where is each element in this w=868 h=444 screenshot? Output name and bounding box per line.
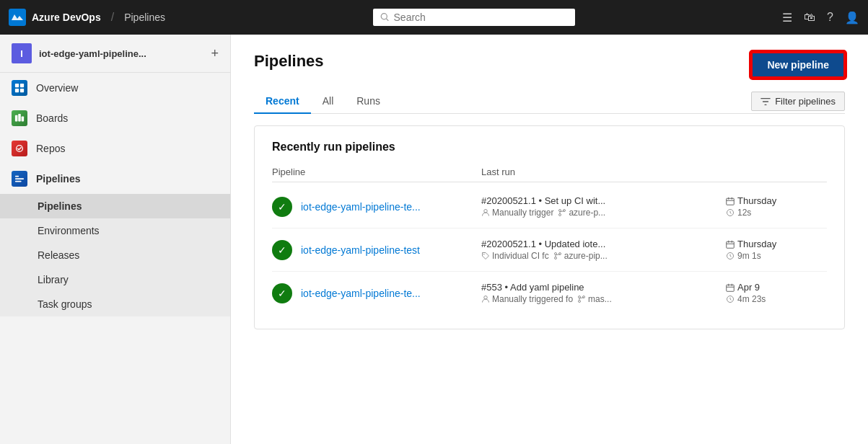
svg-point-28 <box>579 301 581 303</box>
svg-rect-11 <box>15 178 24 179</box>
pipeline-run-id: #20200521.1 • Updated iote... <box>481 239 726 249</box>
tabs: Recent All Runs <box>254 89 392 113</box>
environments-sub-label: Environments <box>38 225 100 236</box>
filter-pipelines-button[interactable]: Filter pipelines <box>751 92 845 111</box>
pipeline-date-info: Thursday 12s <box>726 195 827 218</box>
sidebar-item-library[interactable]: Library <box>0 267 230 292</box>
branch-icon <box>558 208 566 217</box>
topbar: Azure DevOps / Pipelines ☰ 🛍 ? 👤 <box>0 0 868 35</box>
sidebar: I iot-edge-yaml-pipeline... + Overview B… <box>0 35 231 444</box>
branch-icon <box>553 252 562 260</box>
filter-icon <box>760 97 771 107</box>
search-box[interactable] <box>373 9 575 26</box>
user-icon[interactable]: 👤 <box>845 11 859 25</box>
pipeline-name: iot-edge-yaml-pipeline-te... <box>301 288 481 299</box>
breadcrumb: Pipelines <box>124 12 165 23</box>
svg-rect-9 <box>22 116 25 121</box>
sidebar-item-environments[interactable]: Environments <box>0 218 230 243</box>
repos-label: Repos <box>36 143 65 154</box>
tab-all[interactable]: All <box>311 89 346 114</box>
svg-rect-18 <box>727 198 735 205</box>
svg-rect-24 <box>727 241 735 248</box>
sidebar-item-taskgroups[interactable]: Task groups <box>0 292 230 316</box>
branch-meta: azure-p... <box>558 208 605 218</box>
svg-point-22 <box>554 257 556 259</box>
sidebar-item-boards[interactable]: Boards <box>0 103 230 133</box>
project-selector[interactable]: I iot-edge-yaml-pipeline... <box>12 43 146 63</box>
pipeline-time: 9m 1s <box>726 251 827 261</box>
repos-icon <box>12 141 27 156</box>
tabs-row: Recent All Runs Filter pipelines <box>254 89 845 114</box>
recently-run-title: Recently run pipelines <box>272 141 827 154</box>
new-pipeline-button[interactable]: New pipeline <box>751 52 845 78</box>
topbar-icons: ☰ 🛍 ? 👤 <box>782 11 859 25</box>
notifications-icon[interactable]: ☰ <box>782 11 792 25</box>
pipelines-card: Recently run pipelines Pipeline Last run… <box>254 125 845 329</box>
overview-icon <box>12 80 27 96</box>
person-icon <box>481 295 490 303</box>
add-project-icon[interactable]: + <box>211 46 219 61</box>
sidebar-item-repos[interactable]: Repos <box>0 133 230 164</box>
svg-point-26 <box>484 296 488 300</box>
sidebar-item-overview[interactable]: Overview <box>0 73 230 103</box>
pipeline-run-info: #20200521.1 • Updated iote... Individual… <box>481 239 726 261</box>
page-title: Pipelines <box>254 52 324 71</box>
project-avatar: I <box>12 43 32 63</box>
col-headers: Pipeline Last run <box>272 162 827 182</box>
sidebar-item-releases[interactable]: Releases <box>0 243 230 267</box>
clock-icon <box>726 252 735 260</box>
table-row[interactable]: ✓ iot-edge-yaml-pipeline-te... #20200521… <box>272 185 827 228</box>
tag-icon <box>481 252 490 260</box>
col-header-pipeline: Pipeline <box>272 166 481 177</box>
trigger-meta: Manually triggered fo <box>481 294 573 304</box>
pipeline-run-info: #20200521.1 • Set up CI wit... Manually … <box>481 195 726 218</box>
boards-label: Boards <box>36 112 68 124</box>
help-icon[interactable]: ? <box>827 11 833 24</box>
releases-sub-label: Releases <box>38 249 79 261</box>
app-name: Azure DevOps <box>32 12 101 23</box>
pipeline-date: Thursday <box>726 195 827 206</box>
pipeline-date: Apr 9 <box>726 282 827 293</box>
sidebar-item-pipelines-section[interactable]: Pipelines <box>0 164 230 194</box>
azure-devops-logo-icon <box>9 9 26 26</box>
sidebar-item-pipelines[interactable]: Pipelines <box>0 194 230 218</box>
svg-point-16 <box>559 214 561 216</box>
table-row[interactable]: ✓ iot-edge-yaml-pipeline-test #20200521.… <box>272 228 827 272</box>
svg-rect-4 <box>20 84 24 87</box>
pipeline-time: 4m 23s <box>726 294 827 304</box>
breadcrumb-separator: / <box>111 11 114 24</box>
pipeline-run-info: #553 • Add yaml pipeline Manually trigge… <box>481 282 726 304</box>
marketplace-icon[interactable]: 🛍 <box>804 11 815 24</box>
search-area <box>172 9 775 26</box>
search-input[interactable] <box>394 12 568 23</box>
svg-rect-13 <box>15 181 22 182</box>
svg-rect-12 <box>15 176 19 177</box>
svg-rect-7 <box>15 115 18 122</box>
branch-meta: azure-pip... <box>553 251 608 261</box>
library-sub-label: Library <box>38 274 69 285</box>
pipelines-section-icon <box>12 171 27 187</box>
svg-point-14 <box>484 210 488 213</box>
pipelines-section-label: Pipelines <box>36 173 80 185</box>
branch-icon <box>577 295 586 303</box>
calendar-icon <box>726 240 735 249</box>
calendar-icon <box>726 283 735 292</box>
pipeline-date-info: Thursday 9m 1s <box>726 239 827 261</box>
branch-meta: mas... <box>577 294 612 304</box>
svg-rect-30 <box>727 285 735 291</box>
pipeline-run-meta: Manually triggered fo mas... <box>481 294 726 304</box>
pipeline-name: iot-edge-yaml-pipeline-test <box>301 244 481 256</box>
content-header: Pipelines New pipeline <box>254 52 845 78</box>
main-layout: I iot-edge-yaml-pipeline... + Overview B… <box>0 35 868 444</box>
pipeline-run-id: #20200521.1 • Set up CI wit... <box>481 195 726 206</box>
app-logo[interactable]: Azure DevOps <box>9 9 101 26</box>
pipeline-run-meta: Manually trigger azure-p... <box>481 208 726 218</box>
tab-recent[interactable]: Recent <box>254 89 311 114</box>
pipeline-status-icon: ✓ <box>272 197 292 217</box>
table-row[interactable]: ✓ iot-edge-yaml-pipeline-te... #553 • Ad… <box>272 272 827 314</box>
pipeline-time: 12s <box>726 208 827 218</box>
svg-rect-6 <box>20 89 24 92</box>
sidebar-header: I iot-edge-yaml-pipeline... + <box>0 35 230 73</box>
tab-runs[interactable]: Runs <box>345 89 392 114</box>
col-header-lastrun: Last run <box>481 166 827 177</box>
